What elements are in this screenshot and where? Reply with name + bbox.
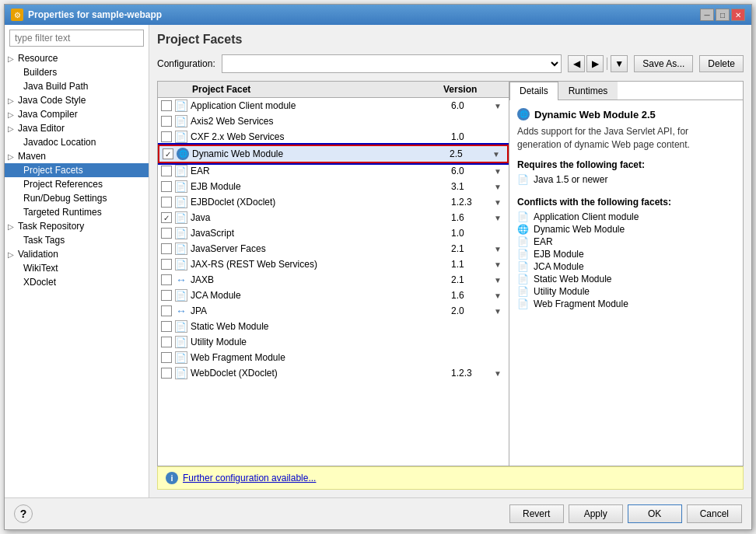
facet-checkbox[interactable] (161, 368, 172, 379)
doc-icon: 📄 (517, 298, 529, 309)
help-button[interactable]: ? (14, 504, 33, 523)
conflict-label: EJB Module (534, 249, 584, 260)
facet-version: 1.0 (451, 131, 490, 142)
sidebar-item-run-debug[interactable]: Run/Debug Settings (5, 191, 149, 205)
sidebar-item-task-repository[interactable]: ▷ Task Repository (5, 219, 149, 233)
tab-details[interactable]: Details (509, 82, 558, 100)
facet-checkbox[interactable]: ✓ (161, 212, 172, 223)
facet-checkbox[interactable] (161, 228, 172, 239)
sidebar-item-java-build-path[interactable]: Java Build Path (5, 79, 149, 93)
facet-row-dynamic-web[interactable]: ✓ 🌐 Dynamic Web Module 2.5 ▼ (158, 145, 509, 163)
facet-checkbox[interactable] (161, 337, 172, 347)
facet-checkbox[interactable] (161, 290, 172, 301)
doc-icon: 📄 (517, 261, 529, 272)
close-button[interactable]: ✕ (731, 9, 745, 21)
sidebar-item-project-references[interactable]: Project References (5, 177, 149, 191)
facet-checkbox[interactable] (161, 305, 172, 316)
sidebar-item-java-compiler[interactable]: ▷ Java Compiler (5, 107, 149, 121)
facet-row[interactable]: 📄 JavaServer Faces 2.1 ▼ (158, 241, 509, 257)
conflict-item: 📄 Web Fragment Module (517, 298, 735, 310)
delete-button[interactable]: Delete (699, 55, 744, 72)
expand-arrow: ▷ (8, 222, 16, 231)
facet-checkbox[interactable] (161, 131, 172, 142)
facet-version: 6.0 (451, 166, 490, 176)
facet-dropdown[interactable]: ▼ (490, 245, 506, 253)
facet-dropdown[interactable]: ▼ (490, 102, 506, 110)
facet-row[interactable]: 📄 WebDoclet (XDoclet) 1.2.3 ▼ (158, 365, 509, 381)
facet-name: JAXB (191, 274, 451, 285)
facet-dropdown[interactable]: ▼ (490, 276, 506, 284)
facet-checkbox[interactable] (161, 181, 172, 192)
sidebar-item-java-editor[interactable]: ▷ Java Editor (5, 121, 149, 135)
facet-dropdown[interactable]: ▼ (490, 369, 506, 378)
save-as-button[interactable]: Save As... (634, 55, 693, 72)
further-config-link[interactable]: Further configuration available... (183, 473, 316, 483)
revert-button[interactable]: Revert (509, 504, 564, 523)
cancel-button[interactable]: Cancel (687, 504, 742, 523)
facet-checkbox[interactable]: ✓ (163, 148, 173, 159)
facet-checkbox[interactable] (161, 259, 172, 270)
maximize-button[interactable]: □ (716, 9, 730, 21)
doc-icon: 📄 (175, 99, 187, 112)
footer-info: i Further configuration available... (157, 466, 744, 490)
facet-dropdown[interactable]: ▼ (490, 260, 506, 269)
facet-row[interactable]: 📄 Axis2 Web Services (158, 113, 509, 129)
details-title: 🌐 Dynamic Web Module 2.5 (517, 108, 735, 120)
facet-row[interactable]: 📄 EJBDoclet (XDoclet) 1.2.3 ▼ (158, 194, 509, 210)
sidebar-item-label: XDoclet (23, 277, 56, 288)
facet-row[interactable]: 📄 JavaScript 1.0 (158, 225, 509, 241)
facet-dropdown[interactable]: ▼ (490, 183, 506, 191)
facet-checkbox[interactable] (161, 197, 172, 208)
minimize-button[interactable]: ─ (700, 9, 714, 21)
forward-button[interactable]: ▶ (586, 55, 604, 72)
facet-row[interactable]: 📄 Web Fragment Module (158, 350, 509, 365)
facet-checkbox[interactable] (161, 116, 172, 127)
facet-version: 1.2.3 (451, 368, 490, 379)
facet-dropdown[interactable]: ▼ (490, 307, 506, 316)
bottom-buttons: ? Revert Apply OK Cancel (5, 497, 751, 529)
facet-dropdown[interactable]: ▼ (490, 291, 506, 300)
facet-name: Application Client module (191, 100, 451, 111)
dropdown-button[interactable]: ▼ (611, 55, 628, 72)
facet-row[interactable]: ↔ JAXB 2.1 ▼ (158, 272, 509, 288)
sidebar-item-validation[interactable]: ▷ Validation (5, 247, 149, 261)
sidebar-item-wikitext[interactable]: WikiText (5, 261, 149, 275)
sidebar-item-java-code-style[interactable]: ▷ Java Code Style (5, 93, 149, 107)
filter-input[interactable] (9, 30, 144, 47)
facet-row[interactable]: 📄 JCA Module 1.6 ▼ (158, 288, 509, 303)
facet-row[interactable]: ↔ JPA 2.0 ▼ (158, 303, 509, 319)
facet-row[interactable]: 📄 JAX-RS (REST Web Services) 1.1 ▼ (158, 257, 509, 272)
apply-button[interactable]: Apply (569, 504, 623, 523)
facet-row[interactable]: 📄 Application Client module 6.0 ▼ (158, 98, 509, 113)
facet-checkbox[interactable] (161, 352, 172, 363)
facet-dropdown[interactable]: ▼ (488, 150, 504, 159)
facet-checkbox[interactable] (161, 243, 172, 254)
facet-row[interactable]: 📄 EAR 6.0 ▼ (158, 163, 509, 179)
tab-runtimes[interactable]: Runtimes (558, 82, 618, 99)
facet-row[interactable]: 📄 Static Web Module (158, 319, 509, 334)
facet-row[interactable]: ✓ 📄 Java 1.6 ▼ (158, 210, 509, 225)
config-select[interactable] (222, 54, 562, 73)
facet-checkbox[interactable] (161, 100, 172, 111)
sidebar-item-xdoclet[interactable]: XDoclet (5, 275, 149, 289)
facet-row[interactable]: 📄 CXF 2.x Web Services 1.0 (158, 129, 509, 145)
ok-button[interactable]: OK (628, 504, 682, 523)
action-buttons: Revert Apply OK Cancel (509, 504, 742, 523)
conflict-item: 📄 Application Client module (517, 211, 735, 223)
facet-row[interactable]: 📄 Utility Module (158, 334, 509, 350)
sidebar-item-targeted-runtimes[interactable]: Targeted Runtimes (5, 205, 149, 219)
facet-checkbox[interactable] (161, 274, 172, 285)
back-button[interactable]: ◀ (568, 55, 585, 72)
facet-dropdown[interactable]: ▼ (490, 198, 506, 207)
facet-checkbox[interactable] (161, 166, 172, 176)
facet-row[interactable]: 📄 EJB Module 3.1 ▼ (158, 179, 509, 194)
facet-dropdown[interactable]: ▼ (490, 167, 506, 176)
sidebar-item-resource[interactable]: ▷ Resource (5, 51, 149, 65)
facet-dropdown[interactable]: ▼ (490, 214, 506, 222)
facet-checkbox[interactable] (161, 321, 172, 332)
sidebar-item-maven[interactable]: ▷ Maven (5, 149, 149, 163)
sidebar-item-builders[interactable]: Builders (5, 65, 149, 79)
sidebar-item-javadoc-location[interactable]: Javadoc Location (5, 135, 149, 149)
sidebar-item-project-facets[interactable]: Project Facets (5, 163, 149, 177)
sidebar-item-task-tags[interactable]: Task Tags (5, 233, 149, 247)
